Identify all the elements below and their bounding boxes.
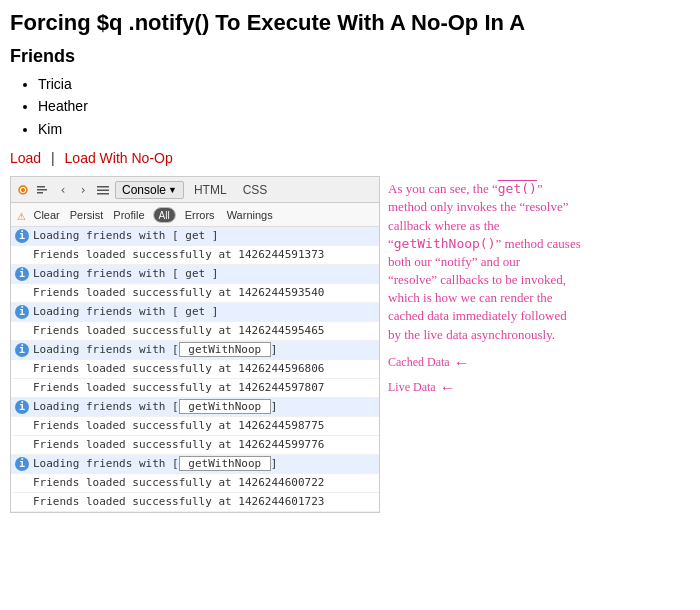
svg-rect-6 <box>97 189 109 191</box>
load-link[interactable]: Load <box>10 150 41 166</box>
svg-point-1 <box>21 188 25 192</box>
forward-icon[interactable]: › <box>75 182 91 198</box>
page-title: Forcing $q .notify() To Execute With A N… <box>10 10 690 36</box>
log-text: Loading friends with [ getWithNoop ] <box>33 399 375 415</box>
persist-button[interactable]: Persist <box>68 209 106 221</box>
getwithnoop-code: getWithNoop() <box>394 236 496 251</box>
log-row-live: Friends loaded successfully at 142624460… <box>11 493 379 512</box>
errors-label: Errors <box>182 209 218 221</box>
svg-rect-5 <box>97 186 109 188</box>
live-data-label: Live Data <box>388 380 436 395</box>
info-icon: i <box>15 400 29 414</box>
log-row: i Loading friends with [ get ] <box>11 303 379 322</box>
log-text: Friends loaded successfully at 142624459… <box>15 247 375 263</box>
back-icon[interactable]: ‹ <box>55 182 71 198</box>
highlight-box: getWithNoop <box>179 342 271 357</box>
page-container: Forcing $q .notify() To Execute With A N… <box>0 0 700 513</box>
live-arrow-row: Live Data ← <box>388 379 682 397</box>
log-text: Friends loaded successfully at 142624460… <box>15 494 375 510</box>
arrows-container: Cached Data ← Live Data ← <box>388 354 682 400</box>
bug-icon[interactable] <box>15 182 31 198</box>
highlight-box: getWithNoop <box>179 399 271 414</box>
info-icon: i <box>15 305 29 319</box>
cached-data-label: Cached Data <box>388 355 450 370</box>
friend-item-3: Kim <box>38 118 690 140</box>
svg-rect-4 <box>37 192 43 194</box>
info-icon: i <box>15 457 29 471</box>
annotation-area: As you can see, the “get()” method only … <box>380 176 690 513</box>
log-text: Friends loaded successfully at 142624459… <box>15 285 375 301</box>
friend-item-2: Heather <box>38 95 690 117</box>
log-row: Friends loaded successfully at 142624459… <box>11 322 379 341</box>
warnings-label: Warnings <box>224 209 276 221</box>
log-row: i Loading friends with [ getWithNoop ] <box>11 398 379 417</box>
log-row: Friends loaded successfully at 142624459… <box>11 360 379 379</box>
cached-arrow-row: Cached Data ← <box>388 354 682 372</box>
menu-icon[interactable] <box>95 182 111 198</box>
log-text: Friends loaded successfully at 142624459… <box>15 418 375 434</box>
warning-icon: ⚠ <box>17 207 25 223</box>
html-tab[interactable]: HTML <box>188 182 233 198</box>
log-row: Friends loaded successfully at 142624459… <box>11 379 379 398</box>
left-arrow-live: ← <box>440 379 456 397</box>
devtools-toolbar: ‹ › Console ▼ HTML <box>11 177 379 203</box>
load-links: Load | Load With No-Op <box>10 150 690 166</box>
svg-rect-7 <box>97 193 109 195</box>
inspect-icon[interactable] <box>35 182 51 198</box>
get-code: get() <box>498 181 537 196</box>
filter-group: All <box>153 207 176 223</box>
log-row: i Loading friends with [ get ] <box>11 227 379 246</box>
log-text: Friends loaded successfully at 142624459… <box>15 437 375 453</box>
log-text: Loading friends with [ getWithNoop ] <box>33 456 375 472</box>
log-text: Friends loaded successfully at 142624459… <box>15 323 375 339</box>
log-text: Loading friends with [ get ] <box>33 228 375 244</box>
log-row-cached: Friends loaded successfully at 142624460… <box>11 474 379 493</box>
console-tab[interactable]: Console ▼ <box>115 181 184 199</box>
info-icon: i <box>15 343 29 357</box>
log-row: i Loading friends with [ getWithNoop ] <box>11 455 379 474</box>
friend-item-1: Tricia <box>38 73 690 95</box>
info-icon: i <box>15 229 29 243</box>
friends-list: Tricia Heather Kim <box>10 73 690 140</box>
log-row: i Loading friends with [ get ] <box>11 265 379 284</box>
filter-all-button[interactable]: All <box>154 208 175 222</box>
friends-section: Friends Tricia Heather Kim <box>10 46 690 140</box>
log-row: Friends loaded successfully at 142624459… <box>11 417 379 436</box>
friends-heading: Friends <box>10 46 690 67</box>
devtools-panel: ‹ › Console ▼ HTML <box>10 176 380 513</box>
clear-button[interactable]: Clear <box>31 209 61 221</box>
separator: | <box>51 150 55 166</box>
log-text: Friends loaded successfully at 142624460… <box>15 475 375 491</box>
log-text: Loading friends with [ get ] <box>33 304 375 320</box>
log-text: Friends loaded successfully at 142624459… <box>15 361 375 377</box>
devtools-subbar: ⚠ Clear Persist Profile All Errors Warni… <box>11 203 379 227</box>
log-row: i Loading friends with [ getWithNoop ] <box>11 341 379 360</box>
console-tab-arrow: ▼ <box>168 185 177 195</box>
load-noop-link[interactable]: Load With No-Op <box>65 150 173 166</box>
svg-rect-3 <box>37 189 47 191</box>
log-text: Loading friends with [ getWithNoop ] <box>33 342 375 358</box>
svg-rect-2 <box>37 186 45 188</box>
css-tab[interactable]: CSS <box>237 182 274 198</box>
highlight-box: getWithNoop <box>179 456 271 471</box>
log-row: Friends loaded successfully at 142624459… <box>11 436 379 455</box>
log-text: Friends loaded successfully at 142624459… <box>15 380 375 396</box>
left-arrow-cached: ← <box>454 354 470 372</box>
annotation-text: As you can see, the “get()” method only … <box>388 180 682 344</box>
log-row: Friends loaded successfully at 142624459… <box>11 246 379 265</box>
log-text: Loading friends with [ get ] <box>33 266 375 282</box>
profile-button[interactable]: Profile <box>111 209 146 221</box>
bottom-section: ‹ › Console ▼ HTML <box>10 176 690 513</box>
console-log[interactable]: i Loading friends with [ get ] Friends l… <box>11 227 379 512</box>
log-row: Friends loaded successfully at 142624459… <box>11 284 379 303</box>
info-icon: i <box>15 267 29 281</box>
console-tab-label: Console <box>122 183 166 197</box>
